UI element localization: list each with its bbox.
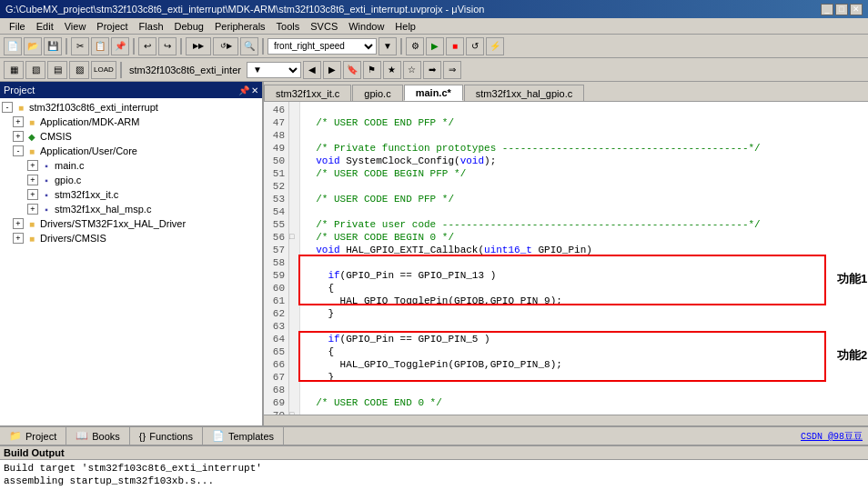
panel-close-btn[interactable]: ✕ (251, 85, 258, 95)
undo-btn[interactable]: ↩ (138, 37, 156, 55)
file-icon-main: ▪ (40, 159, 53, 172)
close-btn[interactable]: ✕ (850, 4, 863, 15)
bottom-tab-templates[interactable]: 📄 Templates (203, 426, 284, 446)
annotation-label-2: 功能2 (837, 347, 867, 364)
tree-item-hal[interactable]: + ■ Drivers/STM32F1xx_HAL_Driver (2, 216, 260, 231)
tb2-btn1[interactable]: ▦ (4, 61, 24, 79)
tree-item-core[interactable]: - ■ Application/User/Core (2, 144, 260, 158)
settings-btn[interactable]: ⚙ (406, 37, 424, 55)
nav-btn4[interactable]: ⚑ (363, 61, 381, 79)
nav-btn1[interactable]: ◀ (303, 61, 321, 79)
project-panel-header: Project 📌 ✕ (0, 82, 262, 98)
reset-btn[interactable]: ↺ (466, 37, 484, 55)
functions-tab-label: Functions (149, 431, 193, 442)
msp-expander[interactable]: + (27, 204, 38, 215)
code-hscrollbar[interactable] (264, 415, 868, 425)
mdk-expander[interactable]: + (13, 116, 24, 127)
menu-view[interactable]: View (59, 20, 92, 33)
tree-item-msp[interactable]: + ▪ stm32f1xx_hal_msp.c (2, 202, 260, 216)
cmsis-expander[interactable]: + (13, 131, 24, 142)
tb2-btn3[interactable]: ▤ (47, 61, 67, 79)
extra-btn1[interactable]: ⚡ (486, 37, 504, 55)
debug-btn[interactable]: 🔍 (240, 37, 258, 55)
menu-edit[interactable]: Edit (31, 20, 59, 33)
it-expander[interactable]: + (27, 189, 38, 200)
run-btn[interactable]: ▶ (426, 37, 444, 55)
nav-btn3[interactable]: 🔖 (343, 61, 361, 79)
code-text-area[interactable]: /* USER CODE END PFP */ /* Private funct… (300, 102, 868, 415)
menu-debug[interactable]: Debug (169, 20, 209, 33)
annotation-label-1: 功能1 (837, 271, 867, 287)
hal-expander[interactable]: + (13, 218, 24, 229)
new-file-btn[interactable]: 📄 (4, 37, 22, 55)
open-btn[interactable]: 📂 (24, 37, 42, 55)
nav-btn6[interactable]: ☆ (403, 61, 421, 79)
tab-it[interactable]: stm32f1xx_it.c (264, 85, 351, 101)
menu-svcs[interactable]: SVCS (305, 20, 343, 33)
toolbar-main: 📄 📂 💾 ✂ 📋 📌 ↩ ↪ ▶▶ ↺▶ 🔍 front_right_spee… (0, 35, 868, 58)
menu-file[interactable]: File (4, 20, 31, 33)
nav-btn2[interactable]: ▶ (323, 61, 341, 79)
maximize-btn[interactable]: □ (835, 4, 848, 15)
folder-icon-drvrcmsis: ■ (25, 232, 38, 245)
core-expander[interactable]: - (13, 145, 24, 156)
tree-item-mdk[interactable]: + ■ Application/MDK-ARM (2, 115, 260, 129)
menu-peripherals[interactable]: Peripherals (209, 20, 271, 33)
build-output-content[interactable]: Build target 'stm32f103c8t6_exti_interru… (0, 460, 868, 489)
root-expander[interactable]: - (2, 102, 13, 113)
tab-gpio[interactable]: gpio.c (352, 85, 402, 101)
build-btn[interactable]: ▶▶ (186, 37, 211, 55)
tab-main[interactable]: main.c* (404, 85, 463, 101)
window-controls[interactable]: _ □ ✕ (821, 4, 863, 15)
tree-item-cmsis[interactable]: + ◆ CMSIS (2, 129, 260, 144)
file-icon-msp: ▪ (40, 203, 53, 215)
cut-btn[interactable]: ✂ (71, 37, 89, 55)
menu-window[interactable]: Window (343, 20, 389, 33)
bottom-tab-bar: 📁 Project 📖 Books {} Functions 📄 Templat… (0, 425, 868, 445)
main-expander[interactable]: + (27, 160, 38, 171)
panel-controls[interactable]: 📌 ✕ (238, 85, 258, 95)
save-btn[interactable]: 💾 (44, 37, 62, 55)
target-dropdown[interactable]: front_right_speed (267, 38, 377, 55)
bottom-tab-functions[interactable]: {} Functions (130, 426, 203, 446)
project-tab-label: Project (25, 431, 56, 442)
redo-btn[interactable]: ↪ (158, 37, 177, 55)
panel-pin-btn[interactable]: 📌 (238, 85, 249, 95)
stop-btn[interactable]: ■ (446, 37, 464, 55)
tree-item-main[interactable]: + ▪ main.c (2, 158, 260, 173)
bottom-tab-project[interactable]: 📁 Project (0, 426, 66, 446)
tab-hal-gpio[interactable]: stm32f1xx_hal_gpio.c (464, 85, 584, 101)
rebuild-btn[interactable]: ↺▶ (213, 37, 238, 55)
tree-root[interactable]: - ■ stm32f103c8t6_exti_interrupt (2, 100, 260, 115)
gpio-expander[interactable]: + (27, 175, 38, 185)
path-dropdown[interactable]: ▼ (247, 62, 301, 78)
nav-btn5[interactable]: ★ (383, 61, 401, 79)
build-line-1: Build target 'stm32f103c8t6_exti_interru… (4, 462, 864, 475)
copy-btn[interactable]: 📋 (91, 37, 109, 55)
csdn-link[interactable]: CSDN @98豆豆 (801, 430, 868, 443)
minimize-btn[interactable]: _ (821, 4, 833, 15)
drvrcmsis-expander[interactable]: + (13, 233, 24, 244)
bottom-tab-books[interactable]: 📖 Books (66, 426, 130, 446)
root-label: stm32f103c8t6_exti_interrupt (29, 102, 158, 113)
project-tab-icon: 📁 (9, 430, 22, 442)
tb2-btn5[interactable]: LOAD (91, 61, 116, 79)
title-bar: G:\CubeMX_project\stm32f103c8t6_exti_int… (0, 0, 868, 18)
project-tree: - ■ stm32f103c8t6_exti_interrupt + ■ App… (0, 98, 262, 425)
nav-btn8[interactable]: ⇒ (443, 61, 461, 79)
tree-item-drvrcmsis[interactable]: + ■ Drivers/CMSIS (2, 231, 260, 245)
paste-btn[interactable]: 📌 (111, 37, 129, 55)
tree-item-gpio[interactable]: + ▪ gpio.c (2, 173, 260, 187)
tree-item-it[interactable]: + ▪ stm32f1xx_it.c (2, 187, 260, 202)
menu-flash[interactable]: Flash (134, 20, 169, 33)
nav-btn7[interactable]: ➡ (423, 61, 441, 79)
menu-help[interactable]: Help (389, 20, 421, 33)
menu-project[interactable]: Project (91, 20, 133, 33)
separator-3 (180, 38, 182, 55)
dropdown-arrow[interactable]: ▼ (378, 37, 397, 55)
file-icon-gpio: ▪ (40, 174, 53, 186)
menu-tools[interactable]: Tools (271, 20, 306, 33)
tb2-btn4[interactable]: ▨ (69, 61, 89, 79)
tb2-btn2[interactable]: ▧ (25, 61, 45, 79)
folder-icon-hal: ■ (25, 217, 38, 230)
